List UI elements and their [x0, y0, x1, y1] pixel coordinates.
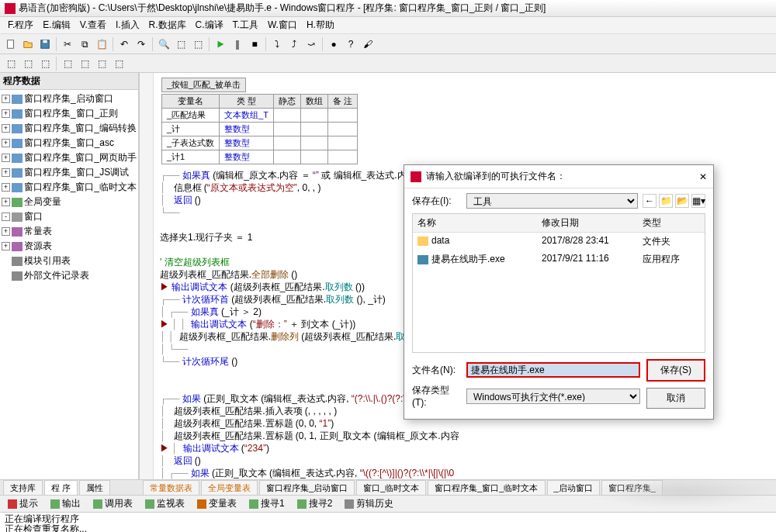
tb2-1-icon[interactable]: ⬚: [3, 56, 19, 71]
code-tab-3[interactable]: 窗口程序集_启动窗口: [259, 480, 355, 496]
tb-stop-icon[interactable]: ■: [247, 36, 262, 52]
expand-icon[interactable]: +: [2, 139, 10, 147]
btab-hint[interactable]: 提示: [3, 496, 43, 512]
btab-search1[interactable]: 搜寻1: [244, 496, 289, 512]
up-icon[interactable]: 📁: [659, 194, 673, 208]
tb-brush-icon[interactable]: 🖌: [360, 36, 376, 52]
btab-search2[interactable]: 搜寻2: [293, 496, 338, 512]
menu-file[interactable]: F.程序: [3, 17, 38, 33]
menu-view[interactable]: V.查看: [75, 17, 111, 33]
menu-compile[interactable]: C.编译: [191, 17, 228, 33]
tree-item-label[interactable]: 常量表: [24, 225, 52, 238]
btab-vars[interactable]: 变量表: [192, 496, 241, 512]
tree-item-label[interactable]: 资源表: [24, 240, 52, 253]
tb-find-icon[interactable]: 🔍: [156, 36, 171, 52]
tb-redo-icon[interactable]: ↷: [133, 36, 149, 52]
save-in-select[interactable]: 工具: [466, 193, 638, 209]
tb2-2-icon[interactable]: ⬚: [20, 56, 36, 71]
app-icon: [5, 3, 16, 14]
menu-edit[interactable]: E.编辑: [38, 17, 74, 33]
filetype-select[interactable]: Windows可执行文件(*.exe): [466, 389, 640, 404]
tb-new-icon[interactable]: [3, 36, 19, 52]
tree-item-label[interactable]: 窗口程序集_窗口_正则: [24, 107, 118, 120]
toolbar-layout: ⬚ ⬚ ⬚ ⬚ ⬚ ⬚ ⬚: [0, 54, 776, 73]
menu-data[interactable]: R.数据库: [144, 17, 191, 33]
tree-item-label[interactable]: 窗口程序集_窗口_编码转换: [24, 122, 137, 135]
tb-copy-icon[interactable]: ⧉: [77, 36, 92, 52]
tb2-7-icon[interactable]: ⬚: [111, 56, 126, 71]
tb2-5-icon[interactable]: ⬚: [77, 56, 92, 71]
btab-clip[interactable]: 剪辑历史: [340, 496, 398, 512]
expand-icon[interactable]: +: [2, 227, 10, 236]
tb2-4-icon[interactable]: ⬚: [60, 56, 75, 71]
tree-item-label[interactable]: 窗口程序集_窗口_asc: [24, 136, 114, 150]
tree-item-label[interactable]: 窗口程序集_窗口_网页助手: [24, 151, 137, 164]
expand-icon[interactable]: +: [2, 198, 10, 206]
tree-item-label[interactable]: 外部文件记录表: [24, 269, 89, 282]
col-type[interactable]: 类型: [638, 214, 705, 232]
tree-item-label[interactable]: 窗口程序集_启动窗口: [24, 92, 113, 105]
tree-item-label[interactable]: 窗口程序集_窗口_临时文本: [24, 181, 137, 194]
code-tab-const[interactable]: 常量数据表: [143, 480, 199, 496]
menu-window[interactable]: W.窗口: [263, 17, 302, 33]
expand-icon[interactable]: +: [2, 168, 10, 177]
side-tab-props[interactable]: 属性: [79, 480, 110, 496]
expand-icon[interactable]: +: [2, 95, 10, 103]
save-dialog: 请输入欲编译到的可执行文件名： ✕ 保存在(I): 工具 ← 📁 📂 ▦▾ 名称…: [404, 164, 714, 420]
tb-pause-icon[interactable]: ‖: [230, 36, 245, 52]
code-tab-global[interactable]: 全局变量表: [201, 480, 258, 496]
tb-stepout-icon[interactable]: ⤻: [303, 36, 319, 52]
file-row[interactable]: 捷易在线助手.exe 2017/9/21 11:16 应用程序: [413, 250, 705, 268]
code-tab-4[interactable]: 窗口_临时文本: [356, 480, 426, 496]
file-row[interactable]: data 2017/8/28 23:41 文件夹: [413, 233, 705, 250]
tb-paste-icon[interactable]: 📋: [94, 36, 109, 52]
tb-misc2-icon[interactable]: ⬚: [190, 36, 206, 52]
tb-stepover-icon[interactable]: ⤴: [286, 36, 302, 52]
expand-icon[interactable]: +: [2, 183, 10, 192]
newfolder-icon[interactable]: 📂: [675, 194, 689, 208]
tree-item-label[interactable]: 全局变量: [24, 195, 61, 209]
code-tab-5[interactable]: 窗口程序集_窗口_临时文本: [428, 480, 545, 496]
back-icon[interactable]: ←: [643, 194, 656, 208]
tree-item-label[interactable]: 模块引用表: [24, 254, 71, 268]
filename-input[interactable]: [466, 362, 640, 378]
tb-undo-icon[interactable]: ↶: [116, 36, 132, 52]
btab-output[interactable]: 输出: [46, 496, 85, 512]
menu-tools[interactable]: T.工具: [228, 17, 263, 33]
svg-rect-0: [8, 40, 14, 48]
filetype-label: 保存类型(T):: [412, 384, 462, 408]
tb-run-icon[interactable]: [213, 36, 228, 52]
toolbar-main: ✂ ⧉ 📋 ↶ ↷ 🔍 ⬚ ⬚ ‖ ■ ⤵ ⤴ ⤻ ● ? 🖌: [0, 34, 776, 54]
close-icon[interactable]: ✕: [699, 171, 707, 182]
col-name[interactable]: 名称: [413, 214, 537, 232]
expand-icon[interactable]: +: [2, 109, 10, 118]
col-date[interactable]: 修改日期: [537, 214, 638, 232]
file-list[interactable]: 名称 修改日期 类型 data 2017/8/28 23:41 文件夹 捷易在线…: [412, 213, 705, 353]
tb-step-icon[interactable]: ⤵: [269, 36, 285, 52]
tree-item-label[interactable]: 窗口: [24, 210, 43, 223]
tb-bp-icon[interactable]: ●: [326, 36, 341, 52]
save-button[interactable]: 保存(S): [646, 359, 705, 382]
btab-calls[interactable]: 调用表: [88, 496, 137, 512]
expand-icon[interactable]: +: [2, 154, 10, 162]
window-titlebar: 易语言(加密狗版) - C:\Users\于然\Desktop\jlnshi\e…: [0, 0, 776, 17]
tb2-3-icon[interactable]: ⬚: [37, 56, 53, 71]
cancel-button[interactable]: 取消: [646, 388, 705, 409]
dialog-title: 请输入欲编译到的可执行文件名：: [426, 170, 566, 183]
menu-insert[interactable]: I.插入: [111, 17, 144, 33]
side-tab-program[interactable]: 程 序: [44, 480, 78, 496]
tb-open-icon[interactable]: [20, 36, 36, 52]
menu-help[interactable]: H.帮助: [302, 17, 339, 33]
btab-watch[interactable]: 监视表: [140, 496, 189, 512]
tb-help-icon[interactable]: ?: [343, 36, 359, 52]
tb2-6-icon[interactable]: ⬚: [94, 56, 109, 71]
tb-misc1-icon[interactable]: ⬚: [173, 36, 189, 52]
view-icon[interactable]: ▦▾: [691, 194, 705, 208]
expand-icon[interactable]: +: [2, 124, 10, 133]
tb-cut-icon[interactable]: ✂: [60, 36, 75, 52]
expand-icon[interactable]: +: [2, 242, 10, 250]
expand-icon[interactable]: -: [2, 212, 10, 221]
side-tab-support[interactable]: 支持库: [3, 480, 43, 496]
tree-item-label[interactable]: 窗口程序集_窗口_JS调试: [24, 166, 129, 179]
tb-save-icon[interactable]: [37, 36, 53, 52]
